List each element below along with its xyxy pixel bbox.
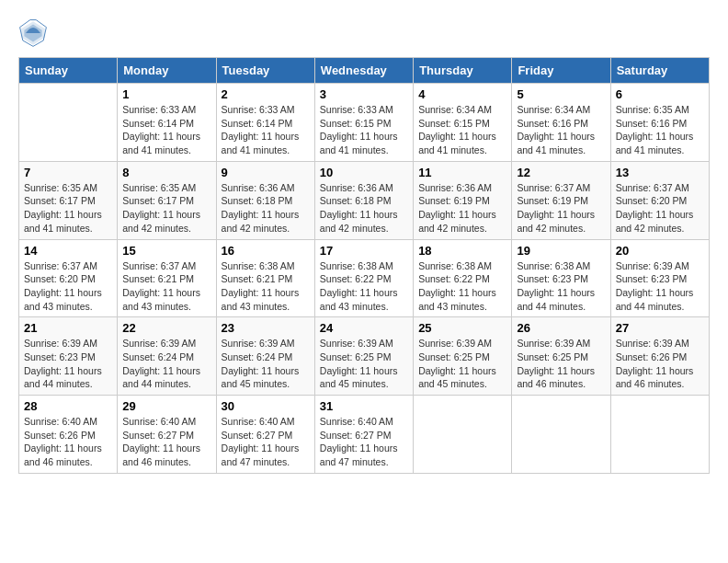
calendar-cell: 12Sunrise: 6:37 AM Sunset: 6:19 PM Dayli…	[512, 161, 610, 239]
day-detail: Sunrise: 6:37 AM Sunset: 6:20 PM Dayligh…	[24, 259, 112, 314]
day-detail: Sunrise: 6:38 AM Sunset: 6:23 PM Dayligh…	[517, 259, 605, 314]
calendar-header-row: SundayMondayTuesdayWednesdayThursdayFrid…	[19, 58, 710, 84]
day-detail: Sunrise: 6:38 AM Sunset: 6:22 PM Dayligh…	[418, 259, 506, 314]
day-number: 21	[24, 321, 112, 335]
logo	[18, 18, 51, 48]
day-detail: Sunrise: 6:35 AM Sunset: 6:17 PM Dayligh…	[24, 181, 112, 236]
day-detail: Sunrise: 6:35 AM Sunset: 6:16 PM Dayligh…	[616, 103, 704, 157]
calendar-cell: 9Sunrise: 6:36 AM Sunset: 6:18 PM Daylig…	[216, 161, 314, 239]
calendar-cell: 5Sunrise: 6:34 AM Sunset: 6:16 PM Daylig…	[512, 84, 610, 162]
calendar-cell: 31Sunrise: 6:40 AM Sunset: 6:27 PM Dayli…	[314, 396, 413, 474]
day-detail: Sunrise: 6:33 AM Sunset: 6:15 PM Dayligh…	[320, 103, 408, 157]
calendar-cell: 8Sunrise: 6:35 AM Sunset: 6:17 PM Daylig…	[118, 161, 216, 239]
calendar-cell: 25Sunrise: 6:39 AM Sunset: 6:25 PM Dayli…	[414, 317, 512, 396]
day-detail: Sunrise: 6:36 AM Sunset: 6:18 PM Dayligh…	[222, 181, 310, 236]
calendar-cell: 16Sunrise: 6:38 AM Sunset: 6:21 PM Dayli…	[216, 239, 314, 317]
calendar-cell: 1Sunrise: 6:33 AM Sunset: 6:14 PM Daylig…	[118, 84, 216, 162]
day-detail: Sunrise: 6:40 AM Sunset: 6:26 PM Dayligh…	[24, 415, 112, 469]
calendar-cell	[414, 396, 512, 474]
day-detail: Sunrise: 6:37 AM Sunset: 6:21 PM Dayligh…	[122, 259, 210, 314]
day-detail: Sunrise: 6:35 AM Sunset: 6:17 PM Dayligh…	[122, 181, 210, 236]
header-saturday: Saturday	[610, 58, 709, 84]
calendar-table: SundayMondayTuesdayWednesdayThursdayFrid…	[18, 57, 710, 474]
header-monday: Monday	[118, 58, 216, 84]
day-detail: Sunrise: 6:39 AM Sunset: 6:24 PM Dayligh…	[222, 337, 310, 391]
day-detail: Sunrise: 6:33 AM Sunset: 6:14 PM Dayligh…	[222, 103, 310, 157]
calendar-cell	[610, 396, 709, 474]
day-number: 13	[616, 166, 704, 179]
calendar-cell	[19, 84, 118, 162]
header-sunday: Sunday	[19, 58, 118, 84]
day-number: 22	[122, 321, 210, 335]
day-number: 23	[222, 321, 310, 335]
calendar-cell: 17Sunrise: 6:38 AM Sunset: 6:22 PM Dayli…	[314, 239, 413, 317]
calendar-cell: 10Sunrise: 6:36 AM Sunset: 6:18 PM Dayli…	[314, 161, 413, 239]
day-detail: Sunrise: 6:39 AM Sunset: 6:24 PM Dayligh…	[122, 337, 210, 391]
day-detail: Sunrise: 6:39 AM Sunset: 6:25 PM Dayligh…	[418, 337, 506, 391]
day-number: 31	[320, 399, 408, 413]
calendar-cell: 4Sunrise: 6:34 AM Sunset: 6:15 PM Daylig…	[414, 84, 512, 162]
calendar-week-row: 21Sunrise: 6:39 AM Sunset: 6:23 PM Dayli…	[19, 317, 710, 396]
page-header	[18, 18, 710, 48]
calendar-week-row: 1Sunrise: 6:33 AM Sunset: 6:14 PM Daylig…	[19, 84, 710, 162]
day-detail: Sunrise: 6:39 AM Sunset: 6:25 PM Dayligh…	[320, 337, 408, 391]
calendar-cell: 13Sunrise: 6:37 AM Sunset: 6:20 PM Dayli…	[610, 161, 709, 239]
day-number: 1	[122, 87, 210, 101]
day-detail: Sunrise: 6:37 AM Sunset: 6:20 PM Dayligh…	[616, 181, 704, 236]
day-number: 5	[517, 87, 605, 101]
day-number: 28	[24, 399, 112, 413]
calendar-cell: 22Sunrise: 6:39 AM Sunset: 6:24 PM Dayli…	[118, 317, 216, 396]
calendar-cell: 6Sunrise: 6:35 AM Sunset: 6:16 PM Daylig…	[610, 84, 709, 162]
day-number: 30	[222, 399, 310, 413]
day-number: 18	[418, 244, 506, 258]
calendar-cell: 7Sunrise: 6:35 AM Sunset: 6:17 PM Daylig…	[19, 161, 118, 239]
calendar-week-row: 7Sunrise: 6:35 AM Sunset: 6:17 PM Daylig…	[19, 161, 710, 239]
day-number: 2	[222, 87, 310, 101]
day-number: 29	[122, 399, 210, 413]
logo-icon	[18, 18, 48, 48]
day-number: 10	[320, 166, 408, 179]
day-detail: Sunrise: 6:34 AM Sunset: 6:16 PM Dayligh…	[517, 103, 605, 157]
calendar-week-row: 28Sunrise: 6:40 AM Sunset: 6:26 PM Dayli…	[19, 396, 710, 474]
calendar-cell: 23Sunrise: 6:39 AM Sunset: 6:24 PM Dayli…	[216, 317, 314, 396]
day-number: 17	[320, 244, 408, 258]
day-number: 8	[122, 166, 210, 179]
header-thursday: Thursday	[414, 58, 512, 84]
calendar-cell: 28Sunrise: 6:40 AM Sunset: 6:26 PM Dayli…	[19, 396, 118, 474]
calendar-cell: 29Sunrise: 6:40 AM Sunset: 6:27 PM Dayli…	[118, 396, 216, 474]
day-detail: Sunrise: 6:39 AM Sunset: 6:23 PM Dayligh…	[24, 337, 112, 391]
calendar-cell: 20Sunrise: 6:39 AM Sunset: 6:23 PM Dayli…	[610, 239, 709, 317]
calendar-cell	[512, 396, 610, 474]
day-detail: Sunrise: 6:34 AM Sunset: 6:15 PM Dayligh…	[418, 103, 506, 157]
day-number: 27	[616, 321, 704, 335]
day-number: 20	[616, 244, 704, 258]
day-detail: Sunrise: 6:39 AM Sunset: 6:25 PM Dayligh…	[517, 337, 605, 391]
calendar-cell: 21Sunrise: 6:39 AM Sunset: 6:23 PM Dayli…	[19, 317, 118, 396]
day-detail: Sunrise: 6:38 AM Sunset: 6:21 PM Dayligh…	[222, 259, 310, 314]
day-number: 16	[222, 244, 310, 258]
day-number: 25	[418, 321, 506, 335]
day-number: 7	[24, 166, 112, 179]
day-number: 14	[24, 244, 112, 258]
calendar-cell: 30Sunrise: 6:40 AM Sunset: 6:27 PM Dayli…	[216, 396, 314, 474]
calendar-week-row: 14Sunrise: 6:37 AM Sunset: 6:20 PM Dayli…	[19, 239, 710, 317]
day-detail: Sunrise: 6:40 AM Sunset: 6:27 PM Dayligh…	[122, 415, 210, 469]
calendar-cell: 11Sunrise: 6:36 AM Sunset: 6:19 PM Dayli…	[414, 161, 512, 239]
calendar-cell: 24Sunrise: 6:39 AM Sunset: 6:25 PM Dayli…	[314, 317, 413, 396]
day-detail: Sunrise: 6:40 AM Sunset: 6:27 PM Dayligh…	[222, 415, 310, 469]
day-detail: Sunrise: 6:36 AM Sunset: 6:18 PM Dayligh…	[320, 181, 408, 236]
day-detail: Sunrise: 6:38 AM Sunset: 6:22 PM Dayligh…	[320, 259, 408, 314]
calendar-cell: 27Sunrise: 6:39 AM Sunset: 6:26 PM Dayli…	[610, 317, 709, 396]
day-number: 11	[418, 166, 506, 179]
day-detail: Sunrise: 6:40 AM Sunset: 6:27 PM Dayligh…	[320, 415, 408, 469]
calendar-cell: 14Sunrise: 6:37 AM Sunset: 6:20 PM Dayli…	[19, 239, 118, 317]
day-detail: Sunrise: 6:33 AM Sunset: 6:14 PM Dayligh…	[122, 103, 210, 157]
day-detail: Sunrise: 6:39 AM Sunset: 6:26 PM Dayligh…	[616, 337, 704, 391]
day-number: 6	[616, 87, 704, 101]
calendar-cell: 3Sunrise: 6:33 AM Sunset: 6:15 PM Daylig…	[314, 84, 413, 162]
day-number: 12	[517, 166, 605, 179]
day-detail: Sunrise: 6:36 AM Sunset: 6:19 PM Dayligh…	[418, 181, 506, 236]
header-wednesday: Wednesday	[314, 58, 413, 84]
day-number: 24	[320, 321, 408, 335]
calendar-cell: 15Sunrise: 6:37 AM Sunset: 6:21 PM Dayli…	[118, 239, 216, 317]
